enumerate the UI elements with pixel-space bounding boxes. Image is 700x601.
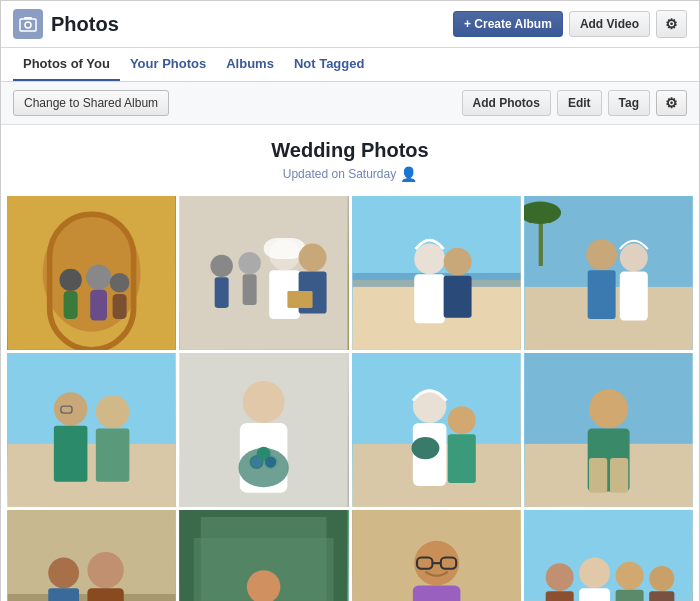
svg-point-28 xyxy=(443,248,471,276)
svg-point-20 xyxy=(299,244,327,272)
album-toolbar: Change to Shared Album Add Photos Edit T… xyxy=(1,82,699,125)
header-actions: + Create Album Add Video ⚙ xyxy=(453,10,687,38)
svg-rect-2 xyxy=(24,17,32,19)
svg-rect-38 xyxy=(8,353,176,444)
svg-rect-14 xyxy=(215,277,229,308)
svg-point-53 xyxy=(265,456,276,467)
svg-point-69 xyxy=(48,557,79,588)
photos-app-icon xyxy=(13,9,43,39)
edit-button[interactable]: Edit xyxy=(557,90,602,116)
header-gear-button[interactable]: ⚙ xyxy=(656,10,687,38)
album-updated-text: Updated on Saturday xyxy=(283,167,396,181)
collaborators-icon: 👤 xyxy=(400,166,417,182)
nav-bar: Photos of You Your Photos Albums Not Tag… xyxy=(1,48,699,82)
svg-point-60 xyxy=(411,437,439,459)
svg-point-71 xyxy=(87,552,123,588)
svg-point-58 xyxy=(447,406,475,434)
svg-point-42 xyxy=(96,395,130,429)
svg-rect-59 xyxy=(447,434,475,483)
header: Photos + Create Album Add Video ⚙ xyxy=(1,1,699,48)
svg-rect-66 xyxy=(610,458,628,493)
album-subtitle: Updated on Saturday 👤 xyxy=(13,166,687,182)
svg-rect-94 xyxy=(649,591,674,601)
add-video-button[interactable]: Add Video xyxy=(569,11,650,37)
svg-point-91 xyxy=(615,561,643,589)
photo-item[interactable] xyxy=(352,510,521,601)
add-photos-button[interactable]: Add Photos xyxy=(462,90,551,116)
toolbar-left: Change to Shared Album xyxy=(13,90,169,116)
svg-point-10 xyxy=(110,273,130,293)
toolbar-right: Add Photos Edit Tag ⚙ xyxy=(462,90,687,116)
svg-rect-90 xyxy=(579,588,610,601)
svg-point-63 xyxy=(589,389,628,428)
svg-point-93 xyxy=(649,566,674,591)
svg-rect-39 xyxy=(8,444,176,507)
photo-item[interactable] xyxy=(179,353,348,507)
photo-item[interactable] xyxy=(179,196,348,350)
svg-point-32 xyxy=(586,239,617,270)
svg-rect-65 xyxy=(589,458,607,493)
svg-rect-22 xyxy=(288,291,313,308)
svg-point-40 xyxy=(54,392,88,426)
photo-item[interactable] xyxy=(524,510,693,601)
svg-point-46 xyxy=(243,381,285,423)
photo-item[interactable] xyxy=(179,510,348,601)
photo-item[interactable] xyxy=(524,196,693,350)
photo-item[interactable] xyxy=(7,510,176,601)
svg-rect-88 xyxy=(545,591,573,601)
svg-rect-67 xyxy=(8,510,176,601)
nav-item-photos-of-you[interactable]: Photos of You xyxy=(13,48,120,81)
svg-point-34 xyxy=(620,244,648,272)
nav-item-albums[interactable]: Albums xyxy=(216,48,284,81)
nav-item-not-tagged[interactable]: Not Tagged xyxy=(284,48,375,81)
create-album-button[interactable]: + Create Album xyxy=(453,11,563,37)
change-shared-album-button[interactable]: Change to Shared Album xyxy=(13,90,169,116)
svg-rect-35 xyxy=(620,272,648,321)
svg-rect-7 xyxy=(64,291,78,319)
svg-rect-33 xyxy=(587,270,615,319)
settings-gear-button[interactable]: ⚙ xyxy=(656,90,687,116)
svg-rect-27 xyxy=(414,274,445,323)
svg-point-52 xyxy=(251,456,262,467)
svg-rect-84 xyxy=(412,585,460,601)
photo-item[interactable] xyxy=(7,353,176,507)
tag-button[interactable]: Tag xyxy=(608,90,650,116)
svg-rect-72 xyxy=(87,588,123,601)
header-left: Photos xyxy=(13,9,119,39)
svg-rect-9 xyxy=(90,290,107,321)
svg-point-89 xyxy=(579,557,610,588)
svg-point-26 xyxy=(414,244,445,275)
svg-rect-16 xyxy=(243,274,257,305)
svg-point-8 xyxy=(86,265,111,290)
svg-rect-11 xyxy=(113,294,127,319)
svg-rect-70 xyxy=(48,588,79,601)
svg-rect-92 xyxy=(615,589,643,601)
nav-item-your-photos[interactable]: Your Photos xyxy=(120,48,216,81)
svg-point-13 xyxy=(211,255,233,277)
svg-rect-41 xyxy=(54,426,88,482)
page-title: Photos xyxy=(51,13,119,36)
svg-point-6 xyxy=(59,269,81,291)
svg-rect-29 xyxy=(443,276,471,318)
photo-item[interactable] xyxy=(7,196,176,350)
photo-item[interactable] xyxy=(352,353,521,507)
svg-rect-0 xyxy=(20,19,36,31)
svg-rect-43 xyxy=(96,428,130,481)
photo-grid xyxy=(1,190,699,601)
svg-point-1 xyxy=(25,22,31,28)
svg-point-15 xyxy=(239,252,261,274)
album-info: Wedding Photos Updated on Saturday 👤 xyxy=(1,125,699,190)
photo-item[interactable] xyxy=(524,353,693,507)
photo-item[interactable] xyxy=(352,196,521,350)
svg-point-87 xyxy=(545,563,573,591)
album-title: Wedding Photos xyxy=(13,139,687,162)
